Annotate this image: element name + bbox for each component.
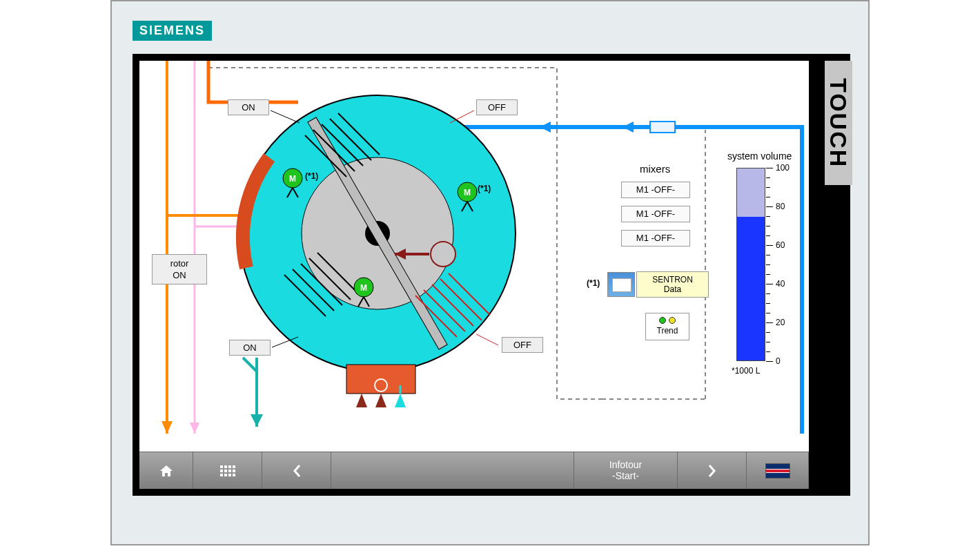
svg-line-44	[450, 110, 474, 123]
sentron-note: (*1)	[587, 278, 600, 288]
svg-marker-5	[161, 421, 173, 434]
on-bot-label: ON	[229, 340, 271, 356]
sentron-button[interactable]: SENTRON Data	[636, 271, 709, 298]
svg-marker-42	[251, 414, 263, 427]
chevron-right-icon	[707, 464, 717, 478]
tick-label: 60	[776, 240, 785, 250]
svg-marker-39	[395, 394, 406, 407]
svg-point-26	[431, 242, 455, 267]
hmi-frame: SIEMENS TOUCH	[110, 0, 870, 545]
touch-label: TOUCH	[825, 61, 852, 185]
svg-marker-2	[623, 122, 634, 133]
sentron-thumb-icon[interactable]	[607, 272, 635, 297]
rotor-label: rotor ON	[152, 254, 207, 284]
mixer-1-button[interactable]: M1 -OFF-	[621, 182, 690, 198]
infotour-line1: Infotour	[609, 460, 642, 470]
trend-label: Trend	[646, 326, 689, 336]
sysvol-bar	[736, 168, 765, 361]
sysvol-bar-empty	[737, 168, 765, 217]
tick-label: 40	[776, 279, 785, 289]
brand-logo: SIEMENS	[133, 21, 212, 41]
off-bot-label: OFF	[502, 337, 543, 353]
svg-marker-38	[375, 394, 386, 407]
on-top-label: ON	[228, 99, 269, 115]
tick-label: 20	[776, 318, 785, 327]
next-button[interactable]	[678, 452, 747, 489]
sysvol-bar-fill	[737, 217, 765, 361]
tick-label: 100	[776, 163, 790, 173]
svg-text:M: M	[464, 188, 471, 197]
trend-button[interactable]: Trend	[645, 313, 689, 340]
svg-text:M: M	[289, 174, 296, 184]
svg-line-43	[271, 110, 300, 123]
grid-button[interactable]	[193, 452, 262, 489]
motor-note-b: (*1)	[478, 184, 491, 193]
prev-button[interactable]	[262, 452, 331, 489]
svg-marker-37	[356, 394, 367, 407]
off-top-label: OFF	[476, 99, 518, 115]
home-icon	[159, 464, 174, 478]
mixer-3-button[interactable]: M1 -OFF-	[621, 230, 690, 246]
sysvol-title: system volume	[727, 151, 792, 162]
svg-marker-1	[540, 122, 551, 133]
uk-flag-icon	[765, 463, 790, 478]
grid-icon	[220, 465, 235, 476]
svg-line-41	[243, 358, 257, 371]
svg-marker-4	[190, 423, 199, 434]
svg-line-46	[476, 334, 498, 345]
mixers-title: mixers	[640, 163, 670, 175]
nav-spacer	[331, 452, 574, 489]
mixer-2-button[interactable]: M1 -OFF-	[621, 206, 690, 222]
language-button[interactable]	[747, 452, 809, 489]
bezel: TOUCH	[133, 54, 850, 496]
motor-note-a: (*1)	[305, 171, 318, 181]
screen: M M M	[139, 61, 809, 489]
tick-label: 0	[776, 356, 781, 366]
infotour-button[interactable]: Infotour -Start-	[574, 452, 678, 489]
infotour-line2: -Start-	[612, 471, 639, 481]
sysvol-unit: *1000 L	[732, 366, 760, 376]
chevron-left-icon	[292, 464, 302, 478]
home-button[interactable]	[139, 452, 193, 489]
tick-label: 80	[776, 202, 785, 211]
nav-bar: Infotour -Start-	[139, 452, 809, 489]
svg-rect-3	[650, 122, 675, 133]
sysvol-scale: 020406080100	[766, 168, 778, 361]
process-diagram: M M M	[139, 61, 809, 452]
svg-text:M: M	[360, 283, 367, 293]
